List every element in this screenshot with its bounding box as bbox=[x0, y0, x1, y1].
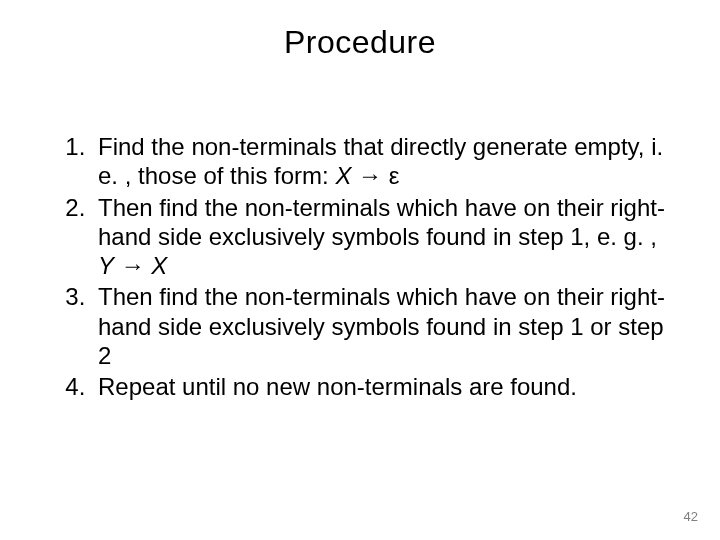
slide: Procedure Find the non-terminals that di… bbox=[0, 0, 720, 540]
list-item: Repeat until no new non-terminals are fo… bbox=[92, 372, 672, 401]
step-text: Then find the non-terminals which have o… bbox=[98, 283, 665, 369]
step-arrow: → bbox=[114, 252, 151, 279]
step-italic: X bbox=[335, 162, 351, 189]
step-text: Then find the non-terminals which have o… bbox=[98, 194, 665, 250]
step-arrow: → ε bbox=[351, 162, 399, 189]
step-italic-2: X bbox=[151, 252, 167, 279]
step-text: Repeat until no new non-terminals are fo… bbox=[98, 373, 577, 400]
page-number: 42 bbox=[684, 509, 698, 524]
list-item: Then find the non-terminals which have o… bbox=[92, 282, 672, 370]
slide-title: Procedure bbox=[0, 0, 720, 61]
list-item: Then find the non-terminals which have o… bbox=[92, 193, 672, 281]
slide-body: Find the non-terminals that directly gen… bbox=[40, 132, 672, 403]
ordered-list: Find the non-terminals that directly gen… bbox=[40, 132, 672, 401]
list-item: Find the non-terminals that directly gen… bbox=[92, 132, 672, 191]
step-italic: Y bbox=[98, 252, 114, 279]
